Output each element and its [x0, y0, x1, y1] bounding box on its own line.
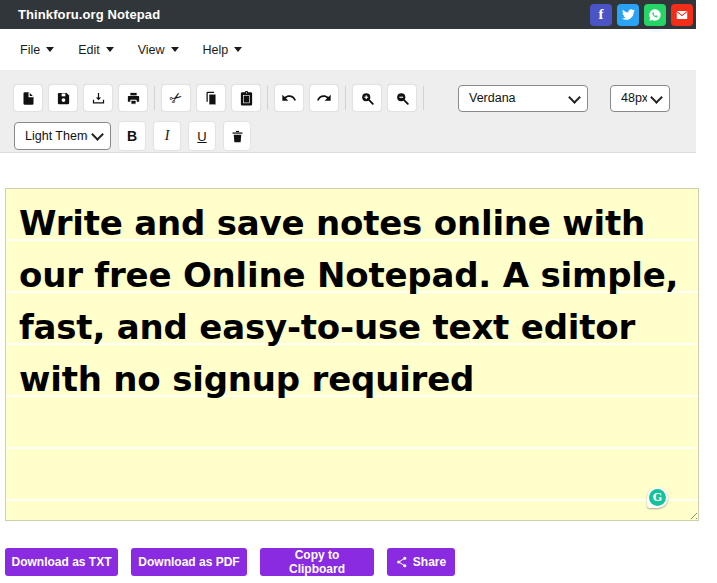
facebook-icon[interactable]: f [590, 4, 612, 26]
redo-icon [316, 90, 332, 106]
toolbar-separator [423, 86, 424, 110]
share-icon [396, 556, 408, 568]
print-icon [126, 91, 141, 106]
zoom-out-button[interactable] [387, 84, 417, 112]
copy-button[interactable] [196, 84, 226, 112]
toolbar-separator [345, 86, 346, 110]
zoom-in-icon [360, 91, 375, 106]
size-select-wrap: 48px [610, 85, 670, 112]
copy-icon [204, 91, 219, 106]
social-links: f [590, 4, 696, 26]
toolbar-row-2: Light Theme B I U [13, 121, 696, 151]
chevron-down-icon [234, 47, 242, 52]
app-title: Thinkforu.org Notepad [0, 7, 160, 22]
paste-button[interactable] [231, 84, 261, 112]
new-file-icon [21, 91, 36, 106]
menu-file[interactable]: File [20, 43, 54, 57]
theme-select-wrap: Light Theme [14, 122, 111, 150]
note-textarea[interactable]: Write and save notes online with our fre… [5, 188, 699, 521]
undo-button[interactable] [274, 84, 304, 112]
copy-clipboard-button[interactable]: Copy to Clipboard [260, 548, 374, 576]
toolbar: ✂ Verdan [0, 71, 696, 153]
zoom-out-icon [395, 91, 410, 106]
italic-button[interactable]: I [153, 121, 181, 151]
clear-trash-button[interactable] [223, 121, 251, 151]
new-file-button[interactable] [13, 84, 43, 112]
bold-button[interactable]: B [118, 121, 146, 151]
chevron-down-icon [171, 47, 179, 52]
redo-button[interactable] [309, 84, 339, 112]
toolbar-separator [267, 86, 268, 110]
download-icon [91, 91, 106, 106]
font-select-wrap: Verdana [458, 85, 588, 112]
grammarly-badge[interactable]: G [647, 487, 668, 508]
menu-bar: File Edit View Help [0, 29, 696, 71]
font-select[interactable]: Verdana [458, 85, 588, 112]
share-button[interactable]: Share [387, 548, 455, 576]
theme-select[interactable]: Light Theme [14, 122, 111, 150]
menu-edit[interactable]: Edit [78, 43, 114, 57]
save-icon [56, 91, 71, 106]
download-button[interactable] [83, 84, 113, 112]
chevron-down-icon [106, 47, 114, 52]
toolbar-row-1: ✂ Verdan [13, 84, 696, 112]
undo-icon [281, 90, 297, 106]
toolbar-separator [154, 86, 155, 110]
editor-area: Write and save notes online with our fre… [5, 188, 699, 521]
notepad-app: Thinkforu.org Notepad f File Edit View [0, 0, 717, 583]
cut-icon: ✂ [167, 88, 186, 108]
paste-icon [239, 91, 254, 106]
print-button[interactable] [118, 84, 148, 112]
underline-button[interactable]: U [188, 121, 216, 151]
grammarly-icon: G [649, 489, 666, 506]
chevron-down-icon [46, 47, 54, 52]
whatsapp-icon[interactable] [644, 4, 666, 26]
trash-icon [230, 129, 245, 144]
font-size-select[interactable]: 48px [610, 85, 670, 112]
twitter-icon[interactable] [617, 4, 639, 26]
action-buttons: Download as TXT Download as PDF Copy to … [5, 548, 455, 576]
email-icon[interactable] [671, 4, 693, 26]
download-txt-button[interactable]: Download as TXT [5, 548, 118, 576]
download-pdf-button[interactable]: Download as PDF [131, 548, 247, 576]
menu-view[interactable]: View [138, 43, 179, 57]
save-button[interactable] [48, 84, 78, 112]
menu-help[interactable]: Help [203, 43, 243, 57]
cut-button[interactable]: ✂ [161, 84, 191, 112]
zoom-in-button[interactable] [352, 84, 382, 112]
header-bar: Thinkforu.org Notepad f [0, 0, 696, 29]
